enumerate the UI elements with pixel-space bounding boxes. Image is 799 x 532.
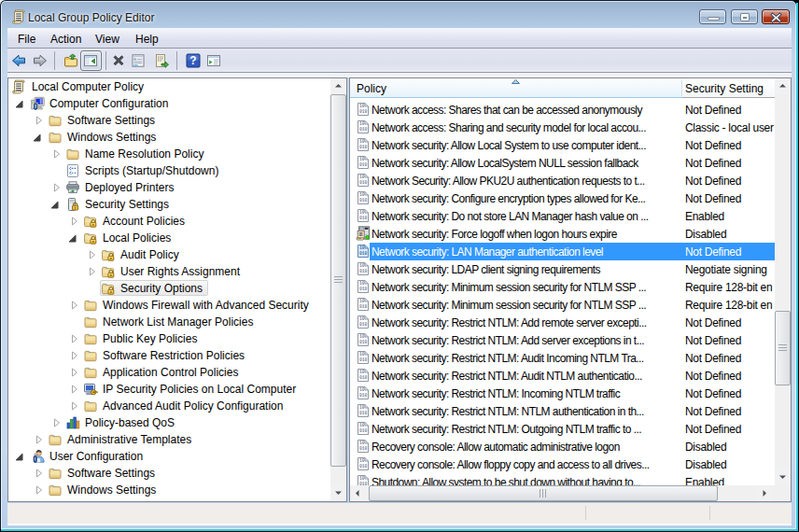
svg-text:010: 010 [359, 393, 368, 398]
svg-text:010: 010 [359, 375, 368, 380]
svg-text:010: 010 [359, 251, 368, 256]
svg-text:010: 010 [359, 198, 368, 203]
svg-text:010: 010 [359, 304, 368, 309]
svg-text:010: 010 [359, 180, 368, 185]
svg-text:010: 010 [359, 340, 368, 344]
svg-text:010: 010 [359, 357, 368, 362]
svg-text:010: 010 [359, 145, 368, 149]
svg-text:010: 010 [359, 216, 368, 220]
svg-text:010: 010 [359, 446, 368, 451]
svg-text:010: 010 [359, 269, 368, 273]
svg-text:010: 010 [359, 287, 368, 291]
svg-text:010: 010 [359, 162, 368, 167]
svg-text:010: 010 [359, 127, 368, 132]
svg-text:010: 010 [359, 411, 368, 415]
svg-text:?: ? [189, 54, 196, 67]
svg-text:010: 010 [359, 322, 368, 327]
svg-text:010: 010 [359, 464, 368, 469]
svg-text:010: 010 [359, 109, 368, 114]
svg-text:010: 010 [359, 428, 368, 433]
